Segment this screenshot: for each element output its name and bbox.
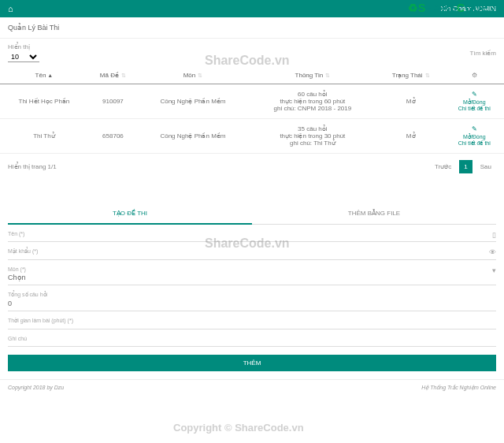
show-label: Hiển thị bbox=[8, 43, 39, 50]
toggle-link[interactable]: Mở/Đóng bbox=[448, 134, 501, 140]
pencil-icon[interactable]: ✎ bbox=[448, 125, 501, 132]
cell-ten: Thi Hết Học Phần bbox=[0, 84, 88, 119]
mon-label: Môn (*) bbox=[8, 266, 496, 272]
cell-thong-tin: 35 câu hỏithực hiện trong 30 phútghi chú… bbox=[248, 119, 377, 154]
logo-recycle-icon: ♻ bbox=[408, 2, 418, 14]
page-footer: Copyright 2018 by Dzu Hệ Thống Trắc Nghi… bbox=[0, 379, 504, 396]
col-thong-tin[interactable]: Thông Tin⇅ bbox=[248, 67, 377, 84]
table-controls: Hiển thị 10 Tìm kiếm bbox=[0, 39, 504, 67]
cell-mon: Công Nghệ Phần Mềm bbox=[138, 119, 248, 154]
next-button[interactable]: Sau bbox=[476, 160, 496, 173]
exam-table: Tên▲ Mã Đề⇅ Môn⇅ Thông Tin⇅ Trạng Thái⇅ … bbox=[0, 67, 504, 154]
page-1[interactable]: 1 bbox=[459, 160, 472, 173]
tongso-input[interactable] bbox=[8, 300, 496, 307]
cell-trang-thai: Mở bbox=[377, 84, 445, 119]
prev-button[interactable]: Trước bbox=[430, 160, 456, 173]
cell-ten: Thi Thử bbox=[0, 119, 88, 154]
create-exam-form: Tên (*) ▯ Mật khẩu (*) 👁 Môn (*) Chọn ▾ … bbox=[0, 225, 504, 347]
eye-icon[interactable]: 👁 bbox=[489, 248, 496, 256]
detail-link[interactable]: Chi tiết đề thi bbox=[448, 140, 501, 147]
col-ten[interactable]: Tên▲ bbox=[0, 67, 88, 84]
table-row: Thi Hết Học Phần 910097 Công Nghệ Phần M… bbox=[0, 84, 504, 119]
footer-right: Hệ Thống Trắc Nghiệm Online bbox=[421, 385, 496, 391]
tongso-label: Tổng số câu hỏi bbox=[8, 292, 496, 298]
cell-ma-de: 658706 bbox=[88, 119, 138, 154]
thoigian-label: Thời gian làm bài (phút) (*) bbox=[8, 318, 496, 324]
cell-trang-thai: Mở bbox=[377, 119, 445, 154]
col-ma-de[interactable]: Mã Đề⇅ bbox=[88, 67, 138, 84]
panel-title: Quản Lý Bài Thi bbox=[0, 17, 504, 39]
cell-ma-de: 910097 bbox=[88, 84, 138, 119]
table-footer: Hiển thị trang 1/1 Trước 1 Sau bbox=[0, 154, 504, 180]
home-icon[interactable]: ⌂ bbox=[8, 4, 13, 13]
pagination: Trước 1 Sau bbox=[430, 160, 496, 173]
detail-link[interactable]: Chi tiết đề thi bbox=[448, 106, 501, 112]
cell-actions: ✎ Mở/Đóng Chi tiết đề thi bbox=[445, 119, 504, 154]
submit-button[interactable]: THÊM bbox=[8, 355, 496, 371]
sharecode-logo: ♻SHARECODE.vn bbox=[408, 2, 500, 14]
page-info: Hiển thị trang 1/1 bbox=[8, 163, 57, 170]
footer-left: Copyright 2018 by Dzu bbox=[8, 385, 64, 391]
mon-select[interactable]: Chọn bbox=[8, 274, 496, 281]
tab-them-bang-file[interactable]: THÊM BẰNG FILE bbox=[252, 203, 496, 225]
cell-mon: Công Nghệ Phần Mềm bbox=[138, 84, 248, 119]
pencil-icon[interactable]: ✎ bbox=[448, 91, 501, 98]
page-size-select[interactable]: 10 bbox=[8, 52, 39, 62]
matkhau-label: Mật khẩu (*) bbox=[8, 248, 496, 255]
table-row: Thi Thử 658706 Công Nghệ Phần Mềm 35 câu… bbox=[0, 119, 504, 154]
clear-icon[interactable]: ▯ bbox=[492, 231, 496, 239]
tab-tao-de-thi[interactable]: TẠO ĐỀ THI bbox=[8, 203, 252, 225]
ghichu-label: Ghi chú bbox=[8, 336, 496, 341]
toggle-link[interactable]: Mở/Đóng bbox=[448, 99, 501, 106]
col-actions: ⚙ bbox=[445, 67, 504, 84]
search-label: Tìm kiếm bbox=[470, 50, 496, 57]
form-tabs: TẠO ĐỀ THI THÊM BẰNG FILE bbox=[8, 203, 496, 225]
gear-icon: ⚙ bbox=[472, 72, 477, 79]
col-trang-thai[interactable]: Trạng Thái⇅ bbox=[377, 67, 445, 84]
ten-label: Tên (*) bbox=[8, 231, 496, 236]
cell-thong-tin: 60 câu hỏithực hiện trong 60 phútghi chú… bbox=[248, 84, 377, 119]
watermark-copyright: Copyright © ShareCode.vn bbox=[173, 422, 304, 434]
chevron-down-icon: ▾ bbox=[492, 266, 496, 274]
cell-actions: ✎ Mở/Đóng Chi tiết đề thi bbox=[445, 84, 504, 119]
col-mon[interactable]: Môn⇅ bbox=[138, 67, 248, 84]
